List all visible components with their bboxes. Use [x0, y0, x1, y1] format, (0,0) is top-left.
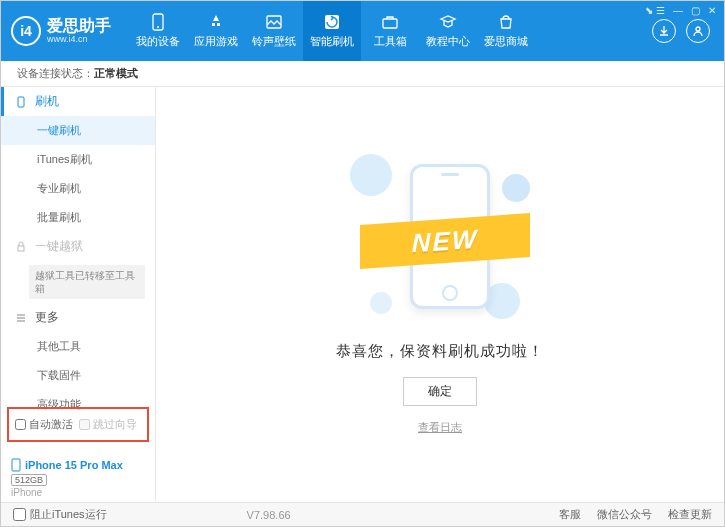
sidebar-item-itunes[interactable]: iTunes刷机 — [1, 145, 155, 174]
user-button[interactable] — [686, 19, 710, 43]
tutorial-icon — [439, 13, 457, 31]
svg-point-5 — [696, 27, 700, 31]
sidebar-item-oneclick[interactable]: 一键刷机 — [1, 116, 155, 145]
nav-toolbox[interactable]: 工具箱 — [361, 1, 419, 61]
device-icon — [149, 13, 167, 31]
version-label: V7.98.66 — [247, 509, 291, 521]
view-log-link[interactable]: 查看日志 — [418, 420, 462, 435]
device-storage: 512GB — [11, 474, 47, 486]
success-illustration: NEW — [330, 144, 550, 324]
device-icon — [11, 458, 21, 472]
main-content: NEW 恭喜您，保资料刷机成功啦！ 确定 查看日志 — [156, 87, 724, 502]
toolbox-icon — [381, 13, 399, 31]
svg-point-1 — [157, 26, 159, 28]
app-header: i4 爱思助手 www.i4.cn 我的设备 应用游戏 铃声壁纸 智能刷机 工具… — [1, 1, 724, 61]
footer-wechat[interactable]: 微信公众号 — [597, 507, 652, 522]
ok-button[interactable]: 确定 — [403, 377, 477, 406]
flash-icon — [323, 13, 341, 31]
block-itunes-label: 阻止iTunes运行 — [30, 507, 107, 522]
new-banner: NEW — [360, 213, 530, 269]
app-name: 爱思助手 — [47, 18, 111, 34]
sidebar-section-more[interactable]: 更多 — [1, 303, 155, 332]
minimize-button[interactable]: — — [673, 5, 683, 16]
app-url: www.i4.cn — [47, 34, 111, 44]
jailbreak-note: 越狱工具已转移至工具箱 — [29, 265, 145, 299]
sidebar-item-pro[interactable]: 专业刷机 — [1, 174, 155, 203]
nav-my-device[interactable]: 我的设备 — [129, 1, 187, 61]
block-itunes-checkbox[interactable] — [13, 508, 26, 521]
footer: 阻止iTunes运行 V7.98.66 客服 微信公众号 检查更新 — [1, 502, 724, 526]
device-type: iPhone — [11, 487, 42, 498]
checkbox-auto-activate[interactable]: 自动激活 — [15, 417, 73, 432]
close-button[interactable]: ✕ — [708, 5, 716, 16]
success-message: 恭喜您，保资料刷机成功啦！ — [336, 342, 544, 361]
download-button[interactable] — [652, 19, 676, 43]
nav-store[interactable]: 爱思商城 — [477, 1, 535, 61]
phone-icon — [15, 96, 29, 108]
options-highlight-box: 自动激活 跳过向导 — [7, 407, 149, 442]
main-nav: 我的设备 应用游戏 铃声壁纸 智能刷机 工具箱 教程中心 爱思商城 — [129, 1, 535, 61]
menu-icon — [15, 312, 29, 324]
sidebar-item-download-fw[interactable]: 下载固件 — [1, 361, 155, 390]
device-name: iPhone 15 Pro Max — [25, 459, 123, 471]
sidebar-item-othertools[interactable]: 其他工具 — [1, 332, 155, 361]
nav-flash[interactable]: 智能刷机 — [303, 1, 361, 61]
sidebar-section-jailbreak: 一键越狱 — [1, 232, 155, 261]
sidebar: 刷机 一键刷机 iTunes刷机 专业刷机 批量刷机 一键越狱 越狱工具已转移至… — [1, 87, 156, 502]
device-info[interactable]: iPhone 15 Pro Max 512GB iPhone — [11, 458, 123, 498]
nav-ringtones[interactable]: 铃声壁纸 — [245, 1, 303, 61]
sidebar-item-batch[interactable]: 批量刷机 — [1, 203, 155, 232]
app-logo: i4 爱思助手 www.i4.cn — [11, 16, 111, 46]
svg-rect-7 — [18, 246, 24, 251]
checkbox-skip-guide[interactable]: 跳过向导 — [79, 417, 137, 432]
footer-support[interactable]: 客服 — [559, 507, 581, 522]
apps-icon — [207, 13, 225, 31]
footer-update[interactable]: 检查更新 — [668, 507, 712, 522]
svg-rect-8 — [12, 459, 20, 471]
lock-icon — [15, 241, 29, 253]
dropdown-icon[interactable]: ⬊ ☰ — [645, 5, 665, 16]
svg-rect-4 — [383, 19, 397, 28]
sidebar-section-flash[interactable]: 刷机 — [1, 87, 155, 116]
nav-apps[interactable]: 应用游戏 — [187, 1, 245, 61]
nav-tutorials[interactable]: 教程中心 — [419, 1, 477, 61]
maximize-button[interactable]: ▢ — [691, 5, 700, 16]
store-icon — [497, 13, 515, 31]
wallpaper-icon — [265, 13, 283, 31]
connection-status: 设备连接状态：正常模式 — [1, 61, 724, 87]
svg-rect-6 — [18, 97, 24, 107]
logo-icon: i4 — [11, 16, 41, 46]
